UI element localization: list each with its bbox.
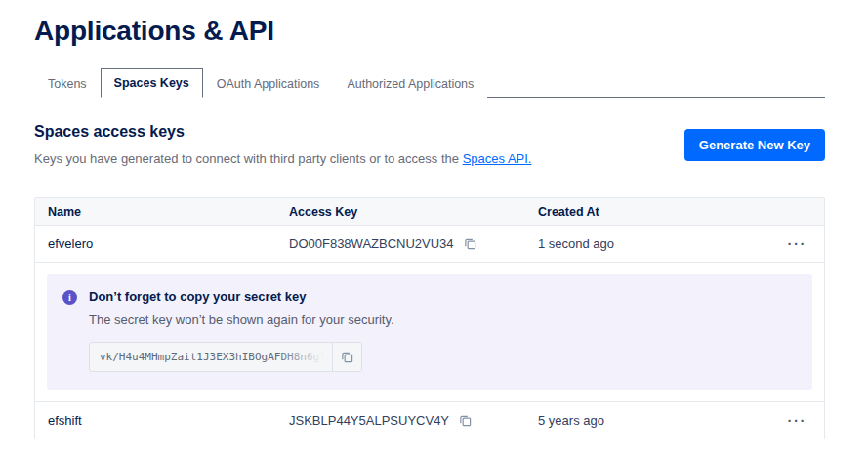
row-menu-button[interactable]: ··· xyxy=(788,235,807,252)
info-icon: i xyxy=(62,290,77,305)
section-header-text: Spaces access keys Keys you have generat… xyxy=(34,123,531,166)
notice-title: Don’t forget to copy your secret key xyxy=(89,289,394,304)
created-at-value: 1 second ago xyxy=(538,236,777,251)
section-heading: Spaces access keys xyxy=(34,123,531,141)
table-row-efshift: efshift JSKBLP44Y5ALPSUYCV4Y 5 years ago… xyxy=(35,401,824,439)
key-name: efshift xyxy=(48,413,289,428)
spaces-api-link[interactable]: Spaces API. xyxy=(463,151,532,166)
page-title: Applications & API xyxy=(34,16,825,47)
table-row-efvelero: efvelero DO00F838WAZBCNU2VU34 1 second a… xyxy=(35,226,824,263)
table-header-row: Name Access Key Created At xyxy=(35,198,824,226)
tab-tokens[interactable]: Tokens xyxy=(34,69,101,98)
access-key-cell: DO00F838WAZBCNU2VU34 xyxy=(289,236,538,251)
column-header-access-key: Access Key xyxy=(289,205,538,219)
section-header: Spaces access keys Keys you have generat… xyxy=(34,123,825,166)
secret-key-text: vk/H4u4MHmpZait1J3EX3hIBOgAFDH8n6gTv3H4k… xyxy=(100,351,332,363)
tab-oauth-applications[interactable]: OAuth Applications xyxy=(203,69,334,98)
copy-access-key-icon[interactable] xyxy=(459,414,472,427)
access-keys-table: Name Access Key Created At efvelero DO00… xyxy=(34,197,825,439)
access-key-value: JSKBLP44Y5ALPSUYCV4Y xyxy=(289,413,449,428)
copy-secret-key-button[interactable] xyxy=(332,343,361,371)
column-header-created-at: Created At xyxy=(538,205,777,219)
row-actions-cell: ··· xyxy=(777,235,824,252)
created-at-value: 5 years ago xyxy=(538,413,777,428)
tab-authorized-applications[interactable]: Authorized Applications xyxy=(333,69,487,98)
secret-key-notice-wrap: i Don’t forget to copy your secret key T… xyxy=(35,263,824,401)
secret-key-notice: i Don’t forget to copy your secret key T… xyxy=(47,274,812,390)
access-key-value: DO00F838WAZBCNU2VU34 xyxy=(289,236,454,251)
applications-api-page: Applications & API Tokens Spaces Keys OA… xyxy=(0,0,868,439)
secret-key-field[interactable]: vk/H4u4MHmpZait1J3EX3hIBOgAFDH8n6gTv3H4k… xyxy=(90,343,332,371)
row-actions-cell: ··· xyxy=(777,412,824,429)
copy-access-key-icon[interactable] xyxy=(464,237,476,250)
column-header-name: Name xyxy=(48,205,289,219)
row-menu-button[interactable]: ··· xyxy=(788,412,807,429)
generate-new-key-button[interactable]: Generate New Key xyxy=(684,129,825,161)
section-description-text: Keys you have generated to connect with … xyxy=(34,151,463,166)
notice-body: The secret key won’t be shown again for … xyxy=(89,313,394,327)
key-name: efvelero xyxy=(48,236,289,251)
access-key-cell: JSKBLP44Y5ALPSUYCV4Y xyxy=(289,413,538,428)
tab-bar: Tokens Spaces Keys OAuth Applications Au… xyxy=(34,70,825,98)
secret-key-field-group: vk/H4u4MHmpZait1J3EX3hIBOgAFDH8n6gTv3H4k… xyxy=(89,342,362,372)
notice-content: Don’t forget to copy your secret key The… xyxy=(89,289,394,372)
tab-spaces-keys[interactable]: Spaces Keys xyxy=(101,68,203,98)
section-description: Keys you have generated to connect with … xyxy=(34,151,531,166)
